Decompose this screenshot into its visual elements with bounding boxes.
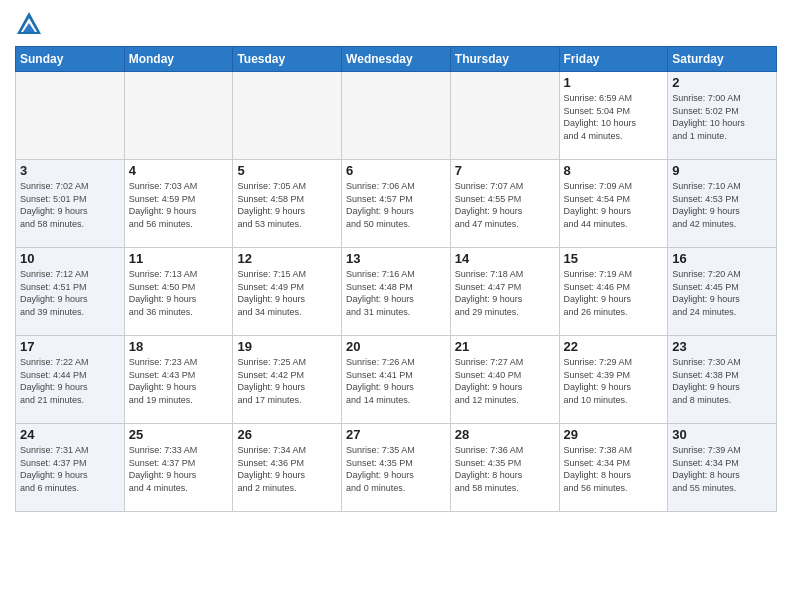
calendar-cell: 29Sunrise: 7:38 AM Sunset: 4:34 PM Dayli… xyxy=(559,424,668,512)
day-number: 26 xyxy=(237,427,337,442)
day-number: 16 xyxy=(672,251,772,266)
day-number: 19 xyxy=(237,339,337,354)
day-info: Sunrise: 7:23 AM Sunset: 4:43 PM Dayligh… xyxy=(129,356,229,406)
calendar-cell: 10Sunrise: 7:12 AM Sunset: 4:51 PM Dayli… xyxy=(16,248,125,336)
calendar-cell: 6Sunrise: 7:06 AM Sunset: 4:57 PM Daylig… xyxy=(342,160,451,248)
day-info: Sunrise: 7:03 AM Sunset: 4:59 PM Dayligh… xyxy=(129,180,229,230)
day-info: Sunrise: 7:00 AM Sunset: 5:02 PM Dayligh… xyxy=(672,92,772,142)
day-number: 15 xyxy=(564,251,664,266)
day-number: 22 xyxy=(564,339,664,354)
calendar-header-row: SundayMondayTuesdayWednesdayThursdayFrid… xyxy=(16,47,777,72)
calendar-cell: 28Sunrise: 7:36 AM Sunset: 4:35 PM Dayli… xyxy=(450,424,559,512)
day-info: Sunrise: 7:34 AM Sunset: 4:36 PM Dayligh… xyxy=(237,444,337,494)
day-info: Sunrise: 7:05 AM Sunset: 4:58 PM Dayligh… xyxy=(237,180,337,230)
calendar-cell: 9Sunrise: 7:10 AM Sunset: 4:53 PM Daylig… xyxy=(668,160,777,248)
calendar-cell xyxy=(233,72,342,160)
day-number: 17 xyxy=(20,339,120,354)
calendar-cell: 16Sunrise: 7:20 AM Sunset: 4:45 PM Dayli… xyxy=(668,248,777,336)
calendar-cell: 21Sunrise: 7:27 AM Sunset: 4:40 PM Dayli… xyxy=(450,336,559,424)
weekday-header-friday: Friday xyxy=(559,47,668,72)
calendar-cell: 12Sunrise: 7:15 AM Sunset: 4:49 PM Dayli… xyxy=(233,248,342,336)
calendar-cell xyxy=(124,72,233,160)
day-number: 6 xyxy=(346,163,446,178)
day-number: 28 xyxy=(455,427,555,442)
weekday-header-tuesday: Tuesday xyxy=(233,47,342,72)
day-info: Sunrise: 7:30 AM Sunset: 4:38 PM Dayligh… xyxy=(672,356,772,406)
day-number: 24 xyxy=(20,427,120,442)
day-info: Sunrise: 7:16 AM Sunset: 4:48 PM Dayligh… xyxy=(346,268,446,318)
day-info: Sunrise: 7:02 AM Sunset: 5:01 PM Dayligh… xyxy=(20,180,120,230)
day-number: 8 xyxy=(564,163,664,178)
day-number: 5 xyxy=(237,163,337,178)
weekday-header-saturday: Saturday xyxy=(668,47,777,72)
day-info: Sunrise: 7:22 AM Sunset: 4:44 PM Dayligh… xyxy=(20,356,120,406)
day-number: 12 xyxy=(237,251,337,266)
day-info: Sunrise: 7:39 AM Sunset: 4:34 PM Dayligh… xyxy=(672,444,772,494)
calendar-week-2: 3Sunrise: 7:02 AM Sunset: 5:01 PM Daylig… xyxy=(16,160,777,248)
calendar-cell: 7Sunrise: 7:07 AM Sunset: 4:55 PM Daylig… xyxy=(450,160,559,248)
calendar-week-3: 10Sunrise: 7:12 AM Sunset: 4:51 PM Dayli… xyxy=(16,248,777,336)
day-number: 30 xyxy=(672,427,772,442)
day-number: 13 xyxy=(346,251,446,266)
weekday-header-sunday: Sunday xyxy=(16,47,125,72)
day-number: 23 xyxy=(672,339,772,354)
day-info: Sunrise: 7:35 AM Sunset: 4:35 PM Dayligh… xyxy=(346,444,446,494)
calendar-cell xyxy=(342,72,451,160)
calendar-cell: 23Sunrise: 7:30 AM Sunset: 4:38 PM Dayli… xyxy=(668,336,777,424)
calendar-cell: 22Sunrise: 7:29 AM Sunset: 4:39 PM Dayli… xyxy=(559,336,668,424)
day-number: 20 xyxy=(346,339,446,354)
logo xyxy=(15,10,47,38)
calendar-cell: 2Sunrise: 7:00 AM Sunset: 5:02 PM Daylig… xyxy=(668,72,777,160)
day-number: 18 xyxy=(129,339,229,354)
day-info: Sunrise: 7:06 AM Sunset: 4:57 PM Dayligh… xyxy=(346,180,446,230)
calendar-week-4: 17Sunrise: 7:22 AM Sunset: 4:44 PM Dayli… xyxy=(16,336,777,424)
day-number: 4 xyxy=(129,163,229,178)
calendar-week-1: 1Sunrise: 6:59 AM Sunset: 5:04 PM Daylig… xyxy=(16,72,777,160)
day-number: 3 xyxy=(20,163,120,178)
day-info: Sunrise: 6:59 AM Sunset: 5:04 PM Dayligh… xyxy=(564,92,664,142)
logo-icon xyxy=(15,10,43,38)
calendar-cell: 18Sunrise: 7:23 AM Sunset: 4:43 PM Dayli… xyxy=(124,336,233,424)
day-number: 9 xyxy=(672,163,772,178)
day-number: 21 xyxy=(455,339,555,354)
calendar-table: SundayMondayTuesdayWednesdayThursdayFrid… xyxy=(15,46,777,512)
day-info: Sunrise: 7:36 AM Sunset: 4:35 PM Dayligh… xyxy=(455,444,555,494)
day-info: Sunrise: 7:31 AM Sunset: 4:37 PM Dayligh… xyxy=(20,444,120,494)
calendar-cell: 20Sunrise: 7:26 AM Sunset: 4:41 PM Dayli… xyxy=(342,336,451,424)
weekday-header-monday: Monday xyxy=(124,47,233,72)
weekday-header-thursday: Thursday xyxy=(450,47,559,72)
calendar-cell: 26Sunrise: 7:34 AM Sunset: 4:36 PM Dayli… xyxy=(233,424,342,512)
calendar-cell: 17Sunrise: 7:22 AM Sunset: 4:44 PM Dayli… xyxy=(16,336,125,424)
calendar-cell xyxy=(450,72,559,160)
day-number: 2 xyxy=(672,75,772,90)
day-info: Sunrise: 7:27 AM Sunset: 4:40 PM Dayligh… xyxy=(455,356,555,406)
day-number: 27 xyxy=(346,427,446,442)
day-info: Sunrise: 7:19 AM Sunset: 4:46 PM Dayligh… xyxy=(564,268,664,318)
calendar-cell: 30Sunrise: 7:39 AM Sunset: 4:34 PM Dayli… xyxy=(668,424,777,512)
calendar-cell: 27Sunrise: 7:35 AM Sunset: 4:35 PM Dayli… xyxy=(342,424,451,512)
calendar-cell: 25Sunrise: 7:33 AM Sunset: 4:37 PM Dayli… xyxy=(124,424,233,512)
day-info: Sunrise: 7:10 AM Sunset: 4:53 PM Dayligh… xyxy=(672,180,772,230)
calendar-cell: 14Sunrise: 7:18 AM Sunset: 4:47 PM Dayli… xyxy=(450,248,559,336)
day-number: 10 xyxy=(20,251,120,266)
calendar-cell: 5Sunrise: 7:05 AM Sunset: 4:58 PM Daylig… xyxy=(233,160,342,248)
day-info: Sunrise: 7:07 AM Sunset: 4:55 PM Dayligh… xyxy=(455,180,555,230)
calendar-cell: 1Sunrise: 6:59 AM Sunset: 5:04 PM Daylig… xyxy=(559,72,668,160)
day-number: 11 xyxy=(129,251,229,266)
page-container: SundayMondayTuesdayWednesdayThursdayFrid… xyxy=(0,0,792,517)
weekday-header-wednesday: Wednesday xyxy=(342,47,451,72)
day-info: Sunrise: 7:15 AM Sunset: 4:49 PM Dayligh… xyxy=(237,268,337,318)
day-info: Sunrise: 7:12 AM Sunset: 4:51 PM Dayligh… xyxy=(20,268,120,318)
day-number: 29 xyxy=(564,427,664,442)
day-info: Sunrise: 7:18 AM Sunset: 4:47 PM Dayligh… xyxy=(455,268,555,318)
calendar-cell: 8Sunrise: 7:09 AM Sunset: 4:54 PM Daylig… xyxy=(559,160,668,248)
calendar-week-5: 24Sunrise: 7:31 AM Sunset: 4:37 PM Dayli… xyxy=(16,424,777,512)
day-number: 14 xyxy=(455,251,555,266)
day-info: Sunrise: 7:26 AM Sunset: 4:41 PM Dayligh… xyxy=(346,356,446,406)
day-number: 1 xyxy=(564,75,664,90)
day-info: Sunrise: 7:38 AM Sunset: 4:34 PM Dayligh… xyxy=(564,444,664,494)
calendar-cell xyxy=(16,72,125,160)
calendar-cell: 15Sunrise: 7:19 AM Sunset: 4:46 PM Dayli… xyxy=(559,248,668,336)
day-info: Sunrise: 7:13 AM Sunset: 4:50 PM Dayligh… xyxy=(129,268,229,318)
calendar-cell: 11Sunrise: 7:13 AM Sunset: 4:50 PM Dayli… xyxy=(124,248,233,336)
